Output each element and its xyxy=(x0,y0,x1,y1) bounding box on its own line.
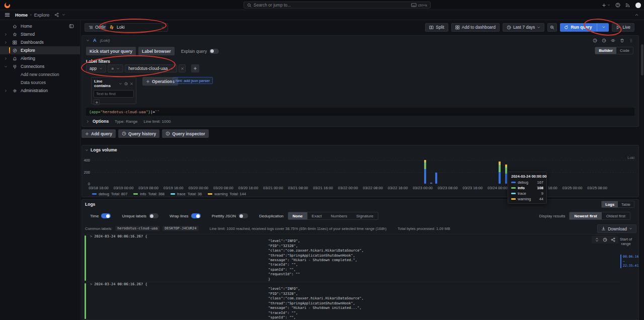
run-query-button[interactable]: Run query xyxy=(560,23,609,32)
dedup-signature[interactable]: Signature xyxy=(352,212,378,219)
newest-first-option[interactable]: Newest first xyxy=(570,212,601,219)
chevron-right-icon[interactable] xyxy=(4,33,8,36)
expand-log-icon[interactable]: > xyxy=(90,234,92,238)
dedup-none[interactable]: None xyxy=(288,212,307,219)
dock-sidebar-icon[interactable] xyxy=(69,24,74,29)
legend-color xyxy=(171,193,175,195)
scrollbar-handle[interactable] xyxy=(641,44,643,75)
help-icon[interactable] xyxy=(615,3,620,8)
chevron-down-icon[interactable] xyxy=(602,25,606,29)
drag-handle-icon[interactable] xyxy=(629,38,633,43)
sidebar-item-alerting[interactable]: Alerting xyxy=(0,54,80,62)
logs-panel: Logs Logs Table Time Unique labels Wrap … xyxy=(82,199,639,320)
expand-log-icon[interactable]: > xyxy=(90,282,92,286)
history-icon[interactable] xyxy=(602,38,606,43)
dedup-numbers[interactable]: Numbers xyxy=(327,212,352,219)
grafana-logo-icon[interactable] xyxy=(4,2,11,9)
filter-label-select[interactable]: app xyxy=(86,64,106,72)
time-range-picker[interactable]: Last 7 days xyxy=(503,23,544,32)
chevron-right-icon[interactable] xyxy=(4,89,8,93)
sidebar-item-starred[interactable]: Starred xyxy=(0,30,80,38)
datasource-picker[interactable]: Loki xyxy=(106,23,168,32)
log-volume-bar[interactable] xyxy=(505,165,507,184)
plus-icon xyxy=(602,3,606,8)
dedup-exact[interactable]: Exact xyxy=(307,212,327,219)
eye-icon[interactable] xyxy=(611,38,615,43)
download-button[interactable]: Download xyxy=(597,224,636,233)
log-rows-list[interactable]: >2024-03-24 00:06:16.267 {"level":"INFO"… xyxy=(83,234,620,319)
trash-icon[interactable] xyxy=(620,38,624,43)
legend-item-debug[interactable]: debugTotal: 807 xyxy=(92,192,127,196)
add-query-button[interactable]: Add query xyxy=(82,129,116,138)
table-tab[interactable]: Table xyxy=(618,201,634,207)
new-button[interactable] xyxy=(602,3,610,8)
log-volume-bar[interactable] xyxy=(499,162,501,184)
log-volume-bar[interactable] xyxy=(424,160,426,184)
legend-item-trace[interactable]: traceTotal: 36 xyxy=(171,192,202,196)
sidebar-item-data-sources[interactable]: Data sources xyxy=(0,78,80,87)
chevron-down-icon[interactable] xyxy=(62,13,65,17)
chevron-down-icon[interactable] xyxy=(119,82,122,86)
remove-filter-button[interactable] xyxy=(179,64,186,72)
explain-query-toggle[interactable] xyxy=(209,49,219,54)
log-minimap[interactable]: 00:06:16 — 22:35:41 xyxy=(620,255,634,268)
chevron-down-icon[interactable] xyxy=(86,39,90,42)
sidebar-item-dashboards[interactable]: Dashboards xyxy=(0,38,80,46)
oldest-first-option[interactable]: Oldest first xyxy=(602,212,630,219)
legend-item-warning[interactable]: warningTotal: 144 xyxy=(208,192,246,196)
page-scrollbar[interactable] xyxy=(641,42,643,320)
zoom-out-time-button[interactable] xyxy=(547,23,557,32)
logs-tab[interactable]: Logs xyxy=(602,201,618,207)
add-to-dashboard-button[interactable]: Add to dashboard xyxy=(451,23,500,32)
filter-value-select[interactable]: herodotus-cloud-uaa xyxy=(125,64,177,72)
logs-volume-header[interactable]: Logs volume xyxy=(85,147,117,152)
sidebar-item-administration[interactable]: Administration xyxy=(0,87,80,95)
time-toggle[interactable] xyxy=(101,213,111,218)
chevron-up-icon[interactable] xyxy=(634,13,639,17)
info-circle-icon[interactable] xyxy=(124,82,128,86)
share-icon[interactable] xyxy=(54,13,59,17)
wrap-lines-toggle[interactable] xyxy=(191,213,201,218)
code-mode-tab[interactable]: Code xyxy=(616,47,633,54)
user-avatar[interactable] xyxy=(635,3,641,8)
chevron-right-icon[interactable] xyxy=(4,41,8,44)
sidebar-item-connections[interactable]: Connections xyxy=(0,62,80,70)
filter-operator-select[interactable]: = xyxy=(108,64,123,72)
logs-volume-chart[interactable]: 0200400 xyxy=(92,156,636,184)
unique-labels-toggle[interactable] xyxy=(149,213,158,218)
live-button[interactable]: Live xyxy=(612,23,634,32)
log-row[interactable]: >2024-03-24 00:06:16.267 {"level":"INFO"… xyxy=(83,234,620,282)
help-circle-icon[interactable] xyxy=(593,38,597,43)
prettify-json-toggle[interactable] xyxy=(238,213,248,218)
json-parser-hint[interactable]: hint: add json parser xyxy=(173,77,213,84)
add-text-button[interactable] xyxy=(94,99,100,105)
breadcrumb-home[interactable]: Home xyxy=(15,13,28,18)
search-input[interactable]: Search or jump to... ctrl+k xyxy=(244,2,431,9)
history-icon[interactable] xyxy=(603,237,607,242)
split-button[interactable]: Split xyxy=(425,23,448,32)
query-history-button[interactable]: Query history xyxy=(118,129,159,138)
close-icon[interactable] xyxy=(130,82,133,86)
sidebar-item-explore[interactable]: Explore xyxy=(0,46,80,54)
add-filter-button[interactable] xyxy=(191,64,199,72)
chevron-down-icon[interactable] xyxy=(4,65,8,68)
query-row-header[interactable]: A (Loki) xyxy=(82,36,638,45)
legend-item-info[interactable]: infoTotal: 368 xyxy=(133,192,165,196)
query-inspector-button[interactable]: Query inspector xyxy=(162,129,208,138)
scroll-icon[interactable] xyxy=(595,237,599,242)
kick-start-button[interactable]: Kick start your query xyxy=(86,47,136,55)
sidebar-item-home[interactable]: Home xyxy=(0,22,80,30)
mega-menu-toggle[interactable] xyxy=(5,12,10,18)
text-to-find-input[interactable] xyxy=(94,90,134,98)
log-volume-bar[interactable] xyxy=(435,173,437,184)
label-browser-button[interactable]: Label browser xyxy=(138,47,175,55)
log-volume-bar[interactable] xyxy=(430,183,432,184)
builder-mode-tab[interactable]: Builder xyxy=(595,47,616,54)
log-row[interactable]: >2024-03-24 00:06:16.267 {"level":"INFO"… xyxy=(83,282,620,319)
sidebar-item-add-new-connection[interactable]: Add new connection xyxy=(0,70,80,78)
share-icon[interactable] xyxy=(611,237,615,242)
chevron-right-icon[interactable] xyxy=(4,57,8,60)
query-options-row[interactable]: Options Type: Range Line limit: 1000 xyxy=(86,119,171,124)
news-icon[interactable] xyxy=(625,3,630,8)
breadcrumb-current[interactable]: Explore xyxy=(34,13,50,18)
